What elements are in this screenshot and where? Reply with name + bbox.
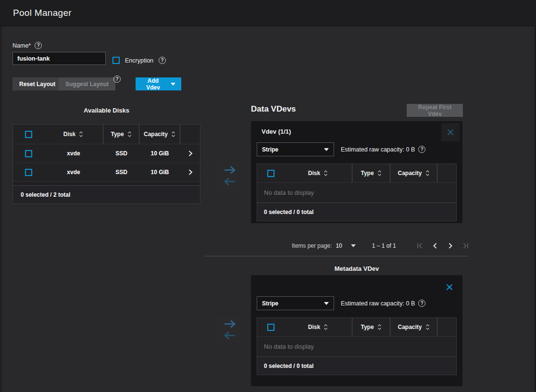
empty-state-text: No data to display: [257, 182, 456, 202]
capacity-column-label: Capacity: [144, 131, 168, 138]
suggest-layout-button[interactable]: Suggest Layout: [59, 77, 115, 90]
metadata-vdev-panel: Stripe Estimated raw capacity: 0 B ? Dis…: [251, 275, 462, 386]
window-left-edge: [0, 0, 2, 392]
sort-icon: [377, 170, 382, 177]
type-column-header[interactable]: Type: [103, 125, 139, 144]
encryption-checkbox[interactable]: [112, 57, 120, 64]
close-icon[interactable]: [441, 123, 460, 141]
layout-select[interactable]: Stripe: [257, 142, 334, 156]
sort-icon: [127, 131, 132, 138]
metadata-vdev-transfer-box: [217, 316, 242, 343]
disk-column-header[interactable]: Disk: [284, 318, 352, 336]
metadata-vdev-title: Metadata VDev: [251, 265, 462, 272]
items-per-page-label: Items per page:: [292, 242, 332, 249]
chevron-right-icon[interactable]: [188, 169, 193, 176]
sort-icon: [425, 170, 430, 177]
type-column-label: Type: [361, 324, 374, 330]
capacity-help-icon[interactable]: ?: [418, 300, 425, 307]
capacity-help-icon[interactable]: ?: [418, 146, 425, 153]
pagination-bar: Items per page: 10 1 – 1 of 1: [292, 239, 471, 253]
previous-page-icon[interactable]: [430, 240, 440, 251]
first-page-icon[interactable]: [414, 240, 425, 251]
estimated-capacity-row: Estimated raw capacity: 0 B ?: [341, 300, 425, 307]
name-label: Name*: [12, 42, 31, 49]
type-column-header[interactable]: Type: [352, 318, 390, 336]
data-vdev-panel: Vdev (1/1) Stripe Estimated raw capacity…: [251, 121, 462, 223]
disk-column-header[interactable]: Disk: [284, 164, 352, 182]
data-vdevs-heading: Data VDevs: [251, 104, 296, 114]
add-vdev-button[interactable]: Add Vdev: [136, 77, 181, 90]
disk-column-label: Disk: [63, 131, 75, 138]
estimated-capacity-row: Estimated raw capacity: 0 B ?: [341, 146, 425, 153]
last-page-icon[interactable]: [461, 240, 471, 251]
move-left-arrow-icon[interactable]: [223, 330, 237, 341]
move-right-arrow-icon[interactable]: [223, 164, 237, 176]
capacity-column-label: Capacity: [398, 170, 422, 177]
available-disks-header-row: Disk Type Capacity: [13, 125, 200, 144]
repeat-first-vdev-button[interactable]: Repeat First Vdev: [407, 104, 463, 117]
available-disks-table: Disk Type Capacity xvde SSD 10 GiB: [12, 124, 200, 204]
close-icon[interactable]: [440, 278, 459, 296]
estimated-capacity-text: Estimated raw capacity: 0 B: [341, 146, 415, 153]
name-help-icon[interactable]: ?: [35, 42, 42, 49]
sort-icon: [324, 324, 328, 330]
capacity-cell: 10 GiB: [139, 144, 180, 163]
type-column-label: Type: [361, 170, 374, 177]
disk-column-label: Disk: [308, 324, 320, 330]
layout-select-value: Stripe: [262, 300, 278, 307]
sort-icon: [324, 170, 328, 177]
disk-cell: xvde: [44, 144, 103, 163]
page-range-label: 1 – 1 of 1: [372, 242, 396, 249]
encryption-row: Encryption ?: [112, 54, 166, 67]
selection-summary: 0 selected / 0 total: [257, 202, 456, 221]
layout-select-value: Stripe: [262, 146, 278, 153]
type-column-label: Type: [111, 131, 124, 138]
selection-summary: 0 selected / 0 total: [257, 356, 456, 375]
items-per-page-value: 10: [336, 242, 342, 249]
select-all-checkbox[interactable]: [267, 170, 274, 177]
metadata-vdev-header-row: Disk Type Capacity: [257, 318, 456, 336]
encryption-label: Encryption: [125, 57, 153, 64]
sort-icon: [79, 131, 83, 138]
items-per-page-dropdown-icon[interactable]: [351, 244, 356, 247]
data-vdev-transfer-box: [217, 162, 242, 190]
chevron-right-icon[interactable]: [188, 150, 193, 157]
encryption-help-icon[interactable]: ?: [159, 57, 166, 64]
sort-icon: [425, 324, 430, 330]
page-title: Pool Manager: [13, 8, 72, 18]
data-vdev-header-row: Disk Type Capacity: [257, 164, 456, 182]
suggest-layout-help-icon[interactable]: ?: [113, 76, 121, 83]
layout-select[interactable]: Stripe: [257, 296, 334, 310]
capacity-column-label: Capacity: [398, 324, 422, 330]
expand-column-header: [180, 125, 200, 144]
table-row[interactable]: xvde SSD 10 GiB: [13, 163, 200, 181]
vdev-title: Vdev (1/1): [262, 128, 291, 135]
chevron-down-icon: [324, 302, 329, 305]
type-cell: SSD: [103, 163, 139, 181]
empty-state-text: No data to display: [257, 336, 456, 356]
name-label-row: Name* ?: [12, 42, 42, 49]
move-right-arrow-icon[interactable]: [223, 318, 237, 329]
row-checkbox[interactable]: [25, 150, 32, 157]
move-left-arrow-icon[interactable]: [223, 176, 237, 187]
chevron-down-icon: [171, 83, 175, 86]
next-page-icon[interactable]: [445, 240, 456, 251]
capacity-column-header[interactable]: Capacity: [390, 318, 437, 336]
capacity-column-header[interactable]: Capacity: [139, 125, 180, 144]
expand-column-header: [437, 164, 456, 182]
capacity-column-header[interactable]: Capacity: [390, 164, 437, 182]
reset-layout-button[interactable]: Reset Layout: [12, 77, 62, 90]
select-all-checkbox[interactable]: [25, 131, 32, 138]
select-all-checkbox[interactable]: [267, 324, 274, 331]
disk-column-header[interactable]: Disk: [44, 125, 103, 144]
available-disks-title: Available Disks: [12, 107, 200, 114]
sort-icon: [171, 131, 175, 138]
disk-cell: xvde: [44, 163, 103, 181]
add-vdev-label: Add Vdev: [141, 77, 165, 91]
type-column-header[interactable]: Type: [352, 164, 390, 182]
table-row[interactable]: xvde SSD 10 GiB: [13, 144, 200, 163]
pool-name-input[interactable]: [12, 52, 106, 65]
row-checkbox[interactable]: [25, 169, 32, 176]
app-header: Pool Manager: [0, 0, 536, 26]
select-all-cell: [13, 125, 44, 144]
